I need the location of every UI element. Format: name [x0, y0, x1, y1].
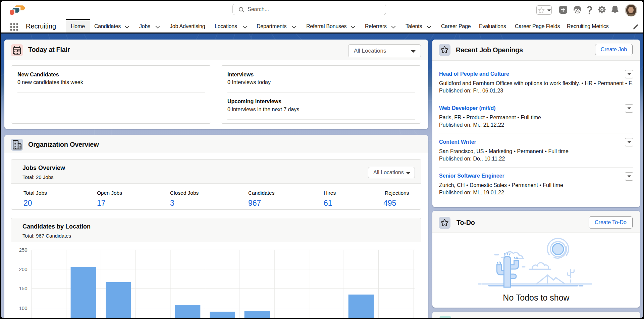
svg-text:150: 150 — [19, 285, 27, 291]
svg-text:100: 100 — [19, 305, 27, 311]
svg-text:250: 250 — [19, 247, 27, 253]
svg-text:200: 200 — [19, 266, 27, 272]
